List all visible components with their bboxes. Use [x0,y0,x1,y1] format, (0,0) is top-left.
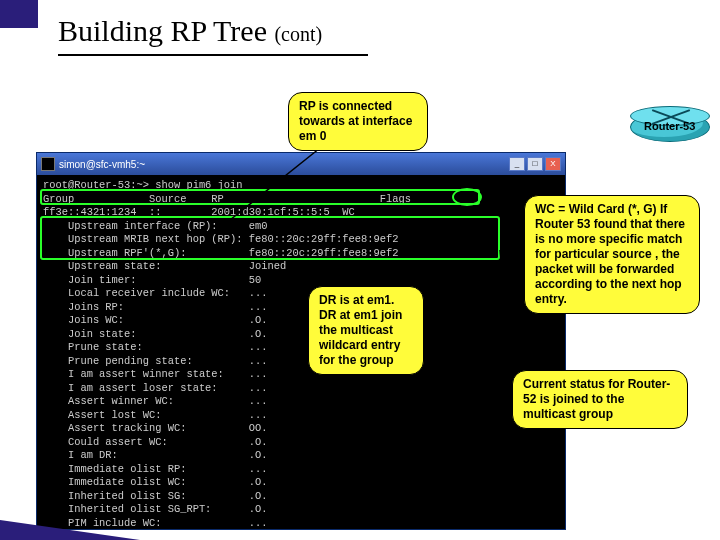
term-line: Upstream state: Joined [43,260,286,272]
term-line: I am DR: .O. [43,449,267,461]
terminal-window: simon@sfc-vmh5:~ _ □ X root@Router-53:~>… [36,152,566,530]
term-line: Inherited olist SG: .O. [43,490,267,502]
terminal-titlebar[interactable]: simon@sfc-vmh5:~ _ □ X [37,153,565,175]
callout-wc: WC = Wild Card (*, G) If Router 53 found… [524,195,700,314]
term-line: I am assert winner state: ... [43,368,267,380]
term-line: Joins WC: .O. [43,314,267,326]
term-line: Local receiver include WC: ... [43,287,267,299]
term-line: Assert tracking WC: OO. [43,422,267,434]
title-main: Building RP Tree [58,14,274,47]
window-controls: _ □ X [509,157,561,171]
term-line: ff3e::4321:1234 :: 2001:d30:1cf:5::5:5 W… [43,206,355,218]
term-line: Prune pending state: ... [43,355,267,367]
term-line: Immediate olist WC: .O. [43,476,267,488]
callout-status: Current status for Router-52 is joined t… [512,370,688,429]
close-button[interactable]: X [545,157,561,171]
terminal-body[interactable]: root@Router-53:~> show pim6 join Group S… [37,175,565,529]
term-line: Group Source RP Flags [43,193,411,205]
callout-dr: DR is at em1. DR at em1 join the multica… [308,286,424,375]
term-line: Prune state: ... [43,341,267,353]
callout-rp-interface: RP is connected towards at interface em … [288,92,428,151]
callout-text: Current status for Router-52 is joined t… [523,377,670,421]
term-line: Joins RP: ... [43,301,267,313]
term-line: Could assert WC: .O. [43,436,267,448]
callout-text: WC = Wild Card (*, G) If Router 53 found… [535,202,685,306]
maximize-button[interactable]: □ [527,157,543,171]
router-label: Router-53 [644,120,695,132]
slide-accent-stripe [0,0,38,28]
term-line: Join timer: 50 [43,274,261,286]
title-cont: (cont) [274,23,322,45]
term-line: root@Router-53:~> show pim6 join [43,179,243,191]
slide-footer-accent [0,520,140,540]
term-line: Upstream RPF'(*,G): fe80::20c:29ff:fee8:… [43,247,398,259]
callout-text: RP is connected towards at interface em … [299,99,412,143]
router-icon: Router-53 [630,106,710,150]
title-underline [58,54,368,56]
callout-text: DR is at em1. DR at em1 join the multica… [319,293,402,367]
terminal-title-text: simon@sfc-vmh5:~ [59,159,509,170]
minimize-button[interactable]: _ [509,157,525,171]
term-line: Inherited olist SG_RPT: .O. [43,503,267,515]
term-line: Upstream interface (RP): em0 [43,220,267,232]
slide-title: Building RP Tree (cont) [58,14,322,48]
term-line: Upstream MRIB next hop (RP): fe80::20c:2… [43,233,398,245]
terminal-app-icon [41,157,55,171]
term-line: I am assert loser state: ... [43,382,267,394]
term-line: Immediate olist RP: ... [43,463,267,475]
term-line: Assert lost WC: ... [43,409,267,421]
term-line: Assert winner WC: ... [43,395,267,407]
term-line: Join state: .O. [43,328,267,340]
